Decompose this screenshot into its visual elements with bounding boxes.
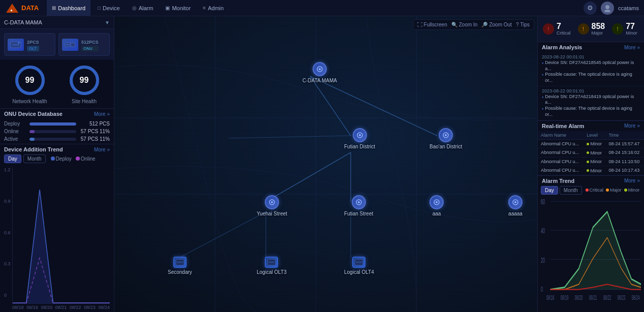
- baoan-district-icon: [439, 128, 453, 142]
- node-aaaaa[interactable]: aaaaa: [508, 195, 523, 216]
- futian-district-label: Futian District: [344, 144, 375, 149]
- trend-month-button[interactable]: Month: [23, 154, 46, 163]
- svg-point-2: [605, 5, 609, 9]
- rt-alarm-level: Minor: [584, 166, 605, 175]
- svg-text:0: 0: [541, 285, 543, 293]
- trend-legend: Deploy Online: [51, 156, 96, 162]
- map-area: ⛶ Fullscreen 🔍 Zoom In 🔎 Zoom Out ? Tips: [114, 16, 537, 312]
- network-health-gauge: 99 Network Health: [4, 64, 55, 104]
- settings-button[interactable]: ⚙: [584, 2, 597, 15]
- svg-point-37: [358, 201, 360, 203]
- alarm-analysis-title: Alarm Analysis: [542, 44, 582, 50]
- alarm-summary: ! 7 Critical ! 858 Major ! 77 Minor: [538, 16, 644, 42]
- svg-rect-43: [177, 261, 183, 263]
- nav-dashboard[interactable]: ⊞ Dashboard: [47, 0, 90, 16]
- left-chart-area: 1.20.90.60.30 08/1808/1908/2008/2108/220…: [0, 165, 114, 312]
- onu-count: 512PCS: [81, 38, 99, 45]
- critical-label: Critical: [557, 30, 571, 36]
- rt-alarm-level: Minor: [584, 139, 605, 148]
- svg-text:40: 40: [541, 227, 545, 234]
- network-health-circle: 99: [14, 64, 46, 97]
- critical-alarm-card: ! 7 Critical: [541, 20, 573, 38]
- col-time: Time: [606, 131, 644, 140]
- baoan-district-label: Bao'an District: [430, 144, 462, 149]
- onu-stat-info: 512PCS ONU: [81, 38, 99, 51]
- nav-admin-label: Admin: [208, 5, 224, 11]
- onu-deploy-label: Deploy: [4, 121, 26, 127]
- yuehai-label: Yuehai Street: [257, 211, 287, 216]
- alarm-trend-chart: 60 40 20 0: [541, 196, 641, 310]
- node-futian-district[interactable]: Futian District: [344, 128, 375, 149]
- onu-stat-card: 512PCS ONU: [58, 33, 110, 56]
- node-mama[interactable]: C-DATA MAMA: [302, 62, 337, 83]
- svg-rect-8: [71, 43, 75, 47]
- trend-more-link[interactable]: More »: [94, 147, 110, 152]
- nav-monitor[interactable]: ▣ Monitor: [160, 0, 196, 16]
- onu-deploy-val: 512 PCS: [79, 121, 110, 127]
- svg-rect-45: [268, 261, 274, 263]
- onu-deploy-row: Deploy 512 PCS: [4, 121, 110, 127]
- rt-alarm-level: Minor: [584, 148, 605, 158]
- alarm-trend-more[interactable]: More »: [624, 178, 640, 183]
- site-selector[interactable]: C-DATA MAMA ▼: [0, 16, 114, 29]
- node-secondary[interactable]: Secondary: [168, 257, 192, 275]
- alarm-trend-month-button[interactable]: Month: [560, 186, 582, 195]
- alarm-line-0b: ▪ Possible cause: The optical device is …: [542, 72, 640, 83]
- onu-rows: Deploy 512 PCS Online 57 PCS 11% Active …: [0, 119, 114, 144]
- admin-icon: ≡: [203, 5, 206, 11]
- onu-active-label: Active: [4, 136, 26, 142]
- node-olt4[interactable]: Logical OLT4: [344, 257, 374, 275]
- site-selector-label: C-DATA MAMA: [4, 19, 42, 25]
- rt-alarm-name: Abnormal CPU u...: [538, 139, 584, 148]
- chart-y-labels: 1.20.90.60.30: [4, 167, 11, 298]
- aaa-icon: [430, 195, 444, 209]
- olt-stat-info: 2PCS OLT: [27, 38, 39, 51]
- nav-device[interactable]: □ Device: [93, 0, 125, 16]
- node-futian-street[interactable]: Futian Street: [344, 195, 373, 216]
- legend-major: Major: [606, 188, 622, 193]
- onu-icon: [62, 39, 78, 51]
- onu-active-val: 57 PCS 11%: [79, 136, 110, 142]
- legend-minor: Minor: [624, 188, 640, 193]
- site-health-value: 99: [80, 76, 89, 85]
- health-gauges: 99 Network Health 99 Site Health: [0, 60, 114, 108]
- olt3-label: Logical OLT3: [257, 269, 287, 275]
- network-health-value: 99: [25, 76, 35, 85]
- nav-admin[interactable]: ≡ Admin: [198, 0, 229, 16]
- node-olt3[interactable]: Logical OLT3: [257, 257, 287, 275]
- nav-alarm[interactable]: ◎ Alarm: [127, 0, 159, 16]
- rt-alarm-name: Abnormal CPU u...: [538, 157, 584, 166]
- olt-count: 2PCS: [27, 38, 39, 45]
- alarm-time-1: 2023-08-22 00:01:01: [542, 88, 640, 93]
- svg-text:60: 60: [541, 198, 545, 205]
- secondary-label: Secondary: [168, 269, 192, 275]
- left-panel: C-DATA MAMA ▼ 2PCS OLT: [0, 16, 114, 312]
- aaa-label: aaa: [433, 211, 441, 216]
- left-chart-canvas: [12, 167, 110, 304]
- svg-point-31: [359, 134, 361, 136]
- table-row: Abnormal CPU u... Minor 08-24 15:57:47: [538, 139, 644, 148]
- svg-point-6: [18, 42, 20, 43]
- alarm-trend-day-button[interactable]: Day: [541, 186, 558, 195]
- alarm-analysis-more[interactable]: More »: [624, 45, 640, 50]
- node-yuehai-street[interactable]: Yuehai Street: [257, 195, 287, 216]
- svg-point-41: [514, 201, 516, 203]
- realtime-more-link[interactable]: More »: [624, 123, 640, 129]
- svg-rect-47: [356, 261, 362, 263]
- svg-point-3: [604, 10, 610, 12]
- major-label: Major: [592, 30, 605, 36]
- network-health-label: Network Health: [12, 99, 47, 104]
- alarm-dot-icon: ▪: [542, 72, 543, 78]
- realtime-alarm-table: Alarm Name Level Time Abnormal CPU u... …: [538, 131, 644, 175]
- alarm-entry-0: 2023-08-22 00:01:01 ▪ Device SN: DF27A62…: [538, 52, 644, 86]
- onu-more-link[interactable]: More »: [94, 111, 110, 117]
- site-health-label: Site Health: [72, 99, 97, 104]
- node-aaa[interactable]: aaa: [430, 195, 444, 216]
- trend-day-button[interactable]: Day: [4, 154, 21, 163]
- critical-info: 7 Critical: [557, 22, 571, 36]
- svg-marker-14: [13, 190, 110, 303]
- nav-dashboard-label: Dashboard: [58, 5, 85, 11]
- aaaaa-label: aaaaa: [508, 211, 523, 216]
- node-baoan-district[interactable]: Bao'an District: [430, 128, 462, 149]
- alarm-line-1b: ▪ Possible cause: The optical device is …: [542, 106, 640, 117]
